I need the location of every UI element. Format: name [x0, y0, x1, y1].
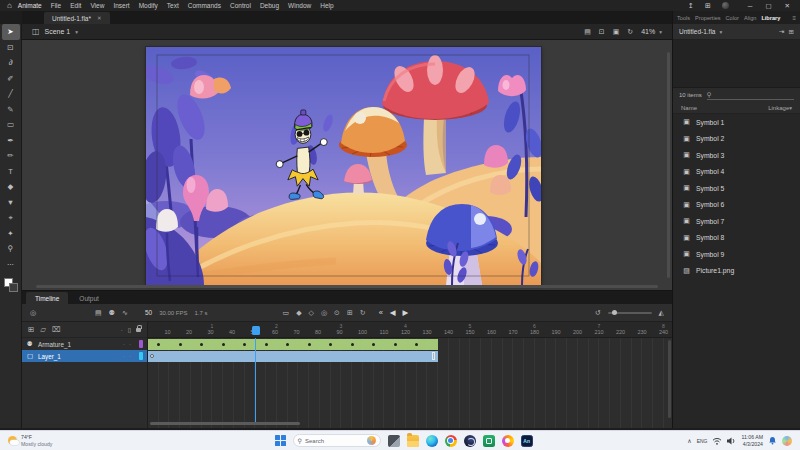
app-menu[interactable]: Animate: [18, 2, 42, 9]
panel-tab-align[interactable]: Align: [744, 15, 756, 21]
timeline-hscrollbar[interactable]: [150, 422, 300, 425]
insert-blank-keyframe-icon[interactable]: ◇: [309, 309, 314, 317]
tool-pencil[interactable]: ✏: [2, 148, 20, 164]
tool-more-tools[interactable]: ⋯: [2, 257, 20, 273]
edit-multiple-frames-icon[interactable]: ⊞: [347, 309, 353, 317]
tool-fluid-brush[interactable]: ✐: [2, 71, 20, 87]
library-item[interactable]: ▣Symbol 8: [673, 230, 800, 247]
share-icon[interactable]: ↥: [688, 2, 694, 10]
tool-bone[interactable]: ⌖: [2, 210, 20, 226]
timeline-vscrollbar[interactable]: [668, 340, 671, 418]
notification-bell-icon[interactable]: [768, 436, 777, 445]
tool-eyedropper[interactable]: ▼: [2, 195, 20, 211]
onion-skin-icon[interactable]: ◎: [321, 309, 327, 317]
new-library-panel-icon[interactable]: ⊞: [789, 28, 794, 36]
menu-edit[interactable]: Edit: [70, 2, 81, 9]
library-item[interactable]: ▨Picture1.png: [673, 263, 800, 280]
new-folder-icon[interactable]: ▱: [40, 325, 46, 334]
parent-view-icon[interactable]: ⚉: [109, 309, 115, 317]
widgets-icon[interactable]: [782, 436, 792, 446]
onion-outlines-icon[interactable]: ⊙: [334, 309, 340, 317]
frames-area[interactable]: 12345678 1020304050607080901001101201301…: [148, 322, 672, 428]
library-document-select[interactable]: Untitled-1.fla: [679, 28, 716, 35]
language-indicator[interactable]: ENG: [697, 438, 708, 444]
library-item[interactable]: ▣Symbol 7: [673, 213, 800, 230]
column-name[interactable]: Name: [681, 105, 697, 111]
layer-name[interactable]: Armature_1: [38, 341, 71, 348]
panel-tab-library[interactable]: Library: [761, 15, 780, 21]
reset-timeline-zoom-icon[interactable]: ↺: [595, 309, 601, 317]
home-icon[interactable]: ⌂: [7, 1, 12, 10]
tool-line[interactable]: ╱: [2, 86, 20, 102]
tab-close-icon[interactable]: ✕: [97, 15, 102, 21]
insert-frame-icon[interactable]: ▭: [283, 309, 290, 317]
tool-lasso[interactable]: ∂: [2, 55, 20, 71]
tool-classic-brush[interactable]: ✎: [2, 102, 20, 118]
tool-asset-warp[interactable]: ✦: [2, 226, 20, 242]
wifi-icon[interactable]: [712, 437, 722, 445]
scene-chevron-icon[interactable]: ▾: [75, 29, 78, 35]
tool-pen[interactable]: ✒: [2, 133, 20, 149]
slider-handle[interactable]: [612, 310, 617, 315]
library-item[interactable]: ▣Symbol 5: [673, 180, 800, 197]
outline-column-icon[interactable]: ▯: [128, 326, 131, 333]
menu-view[interactable]: View: [90, 2, 104, 9]
step-back-icon[interactable]: ◀: [390, 308, 396, 317]
first-frame-icon[interactable]: «: [379, 308, 383, 317]
tool-paint-bucket[interactable]: ◆: [2, 179, 20, 195]
timeline-zoom-slider[interactable]: [608, 312, 652, 314]
loop-icon[interactable]: ↻: [360, 309, 366, 317]
green-app-icon[interactable]: [483, 435, 495, 447]
clip-content-icon[interactable]: ▣: [613, 28, 620, 36]
layer-row-layer1[interactable]: ▢ Layer_1 ··: [22, 350, 147, 362]
column-linkage[interactable]: Linkage: [768, 105, 789, 111]
document-tab[interactable]: Untitled-1.fla* ✕: [44, 12, 110, 24]
show-hide-column-icon[interactable]: ·: [121, 327, 123, 333]
swirl-app-icon[interactable]: [502, 435, 514, 447]
pasteboard-hscrollbar[interactable]: [36, 285, 658, 288]
library-item[interactable]: ▣Symbol 3: [673, 147, 800, 164]
frame-ruler[interactable]: 12345678 1020304050607080901001101201301…: [148, 322, 672, 338]
menu-window[interactable]: Window: [288, 2, 311, 9]
graph-editor-icon[interactable]: ∿: [122, 309, 128, 317]
zoom-select[interactable]: 41% ▾: [641, 28, 662, 35]
timeline-options-icon[interactable]: ◎: [30, 309, 36, 317]
clock[interactable]: 11:06 AM 4/3/2024: [741, 434, 763, 446]
maximize-button[interactable]: ▢: [765, 2, 771, 10]
insert-keyframe-icon[interactable]: ◆: [296, 309, 301, 317]
center-stage-icon[interactable]: ⊡: [599, 28, 605, 36]
taskbar-search[interactable]: ⚲ Search: [293, 434, 381, 447]
tool-zoom[interactable]: ⚲: [2, 241, 20, 257]
start-button[interactable]: [275, 435, 286, 446]
tool-free-transform[interactable]: ⊡: [2, 40, 20, 56]
profile-icon[interactable]: [722, 2, 729, 9]
workspace-icon[interactable]: ⊞: [705, 2, 711, 10]
layer-name[interactable]: Layer_1: [38, 353, 61, 360]
play-button[interactable]: ▶: [403, 308, 409, 317]
armature-frame-span[interactable]: [148, 339, 438, 350]
volume-icon[interactable]: [727, 437, 736, 445]
tool-rectangle[interactable]: ▭: [2, 117, 20, 133]
task-view-icon[interactable]: [388, 435, 400, 447]
menu-control[interactable]: Control: [230, 2, 251, 9]
color-swatches[interactable]: [4, 278, 18, 292]
delete-layer-icon[interactable]: ⌧: [52, 325, 61, 334]
library-doc-chevron-icon[interactable]: ▾: [720, 29, 723, 35]
animate-app-icon[interactable]: An: [521, 435, 533, 447]
minimize-button[interactable]: ─: [748, 2, 753, 10]
layer1-frame-span[interactable]: [148, 351, 438, 362]
tray-expand-icon[interactable]: ∧: [687, 437, 691, 444]
close-button[interactable]: ✕: [785, 2, 790, 10]
sort-icon[interactable]: ▾: [789, 105, 792, 111]
lock-column-icon[interactable]: [136, 328, 141, 332]
tool-text[interactable]: T: [2, 164, 20, 180]
chrome-icon[interactable]: [445, 435, 457, 447]
tool-selection[interactable]: ➤: [2, 24, 20, 40]
panel-tab-properties[interactable]: Properties: [695, 15, 721, 21]
tab-timeline[interactable]: Timeline: [26, 292, 68, 304]
new-layer-icon[interactable]: ⊞: [28, 325, 34, 334]
menu-file[interactable]: File: [51, 2, 61, 9]
rotation-icon[interactable]: ↻: [627, 28, 633, 36]
menu-debug[interactable]: Debug: [260, 2, 279, 9]
pin-library-icon[interactable]: ⇥: [779, 28, 784, 36]
